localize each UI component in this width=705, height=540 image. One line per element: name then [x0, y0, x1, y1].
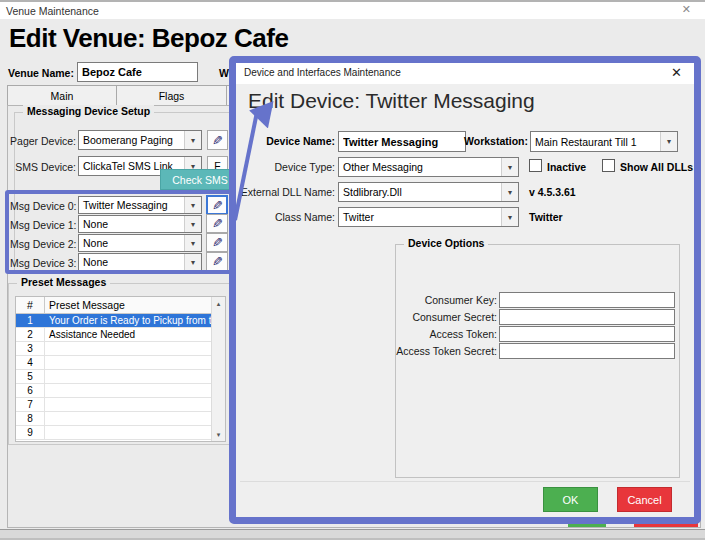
check-sms-button[interactable]: Check SMS	[160, 169, 240, 190]
device-name-input[interactable]	[338, 131, 466, 152]
chevron-down-icon: ▾	[184, 131, 201, 149]
device-type-select[interactable]: Other Messaging ▾	[338, 157, 519, 177]
table-row[interactable]: 1 Your Order is Ready to Pickup from t..…	[16, 314, 225, 328]
inactive-label: Inactive	[547, 161, 586, 173]
table-row[interactable]: 7	[16, 398, 225, 412]
table-scrollbar[interactable]: ▴ ▾	[211, 297, 225, 441]
page-title: Edit Venue: Bepoz Cafe	[9, 23, 288, 54]
consumer-key-label: Consumer Key:	[407, 294, 497, 306]
table-row[interactable]: 3	[16, 342, 225, 356]
workstation-select[interactable]: Main Restaurant Till 1 ▾	[530, 131, 678, 152]
table-row[interactable]: 9	[16, 426, 225, 440]
scroll-down-icon[interactable]: ▾	[212, 428, 225, 441]
show-all-dlls-label: Show All DLLs	[620, 161, 693, 173]
table-row[interactable]: 2 Assistance Needed	[16, 328, 225, 342]
pager-device-edit-button[interactable]: ✎	[207, 130, 228, 150]
class-name-label: Class Name:	[258, 211, 335, 223]
dialog-separator	[240, 481, 690, 482]
table-row[interactable]: 6	[16, 384, 225, 398]
table-row[interactable]: 4	[16, 356, 225, 370]
bottom-edge-strip	[0, 529, 705, 540]
sms-device-label: SMS Device:	[8, 161, 76, 173]
venue-window-titlebar: Venue Maintenance ✕	[0, 0, 705, 19]
dll-version-text: v 4.5.3.61	[529, 186, 576, 198]
tab-flags[interactable]: Flags	[117, 85, 227, 106]
chevron-down-icon: ▾	[501, 208, 518, 226]
inactive-checkbox[interactable]	[529, 159, 542, 172]
device-name-label: Device Name:	[258, 135, 335, 147]
chevron-down-icon: ▾	[501, 158, 518, 176]
device-options-title: Device Options	[404, 237, 488, 249]
chevron-down-icon: ▾	[660, 132, 677, 151]
venue-window-title: Venue Maintenance	[6, 5, 99, 17]
pen-icon: ✎	[212, 133, 223, 148]
preset-messages-title: Preset Messages	[17, 276, 110, 288]
access-token-label: Access Token:	[407, 328, 497, 340]
preset-messages-table[interactable]: # Preset Message 1 Your Order is Ready t…	[15, 296, 226, 442]
device-dialog-titlebar: Device and Interfaces Maintenance ✕	[236, 63, 694, 84]
device-dialog-title: Device and Interfaces Maintenance	[244, 67, 401, 78]
pager-device-label: Pager Device:	[8, 135, 76, 147]
table-row[interactable]: 8	[16, 412, 225, 426]
table-header: # Preset Message	[16, 297, 225, 314]
workstation-label: Workstation:	[462, 135, 528, 147]
messaging-group-title: Messaging Device Setup	[23, 105, 154, 117]
ok-button[interactable]: OK	[543, 487, 598, 512]
device-dialog-heading: Edit Device: Twitter Messaging	[248, 89, 535, 113]
show-all-dlls-checkbox[interactable]	[602, 159, 615, 172]
external-dll-label: External DLL Name:	[238, 186, 335, 198]
screen: Venue Maintenance ✕ Edit Venue: Bepoz Ca…	[0, 0, 705, 540]
cancel-button[interactable]: Cancel	[617, 487, 672, 512]
close-icon[interactable]: ✕	[682, 3, 691, 16]
chevron-down-icon: ▾	[501, 183, 518, 201]
venue-name-input[interactable]	[77, 62, 198, 82]
access-token-secret-input[interactable]	[499, 343, 675, 359]
consumer-key-input[interactable]	[499, 292, 675, 308]
device-type-label: Device Type:	[258, 161, 335, 173]
col-header-message: Preset Message	[45, 297, 225, 313]
class-name-select[interactable]: Twitter ▾	[338, 207, 519, 227]
consumer-secret-input[interactable]	[499, 309, 675, 325]
clipped-workstation-label: W	[219, 67, 229, 79]
device-options-group: Device Options	[395, 244, 680, 478]
device-dialog-frame: Device and Interfaces Maintenance ✕ Edit…	[229, 56, 701, 524]
venue-name-label: Venue Name:	[8, 67, 74, 79]
close-icon[interactable]: ✕	[671, 65, 682, 80]
consumer-secret-label: Consumer Secret:	[407, 311, 497, 323]
class-display-text: Twitter	[529, 211, 563, 223]
annotation-highlight-box	[5, 190, 237, 274]
table-row[interactable]: 5	[16, 370, 225, 384]
access-token-input[interactable]	[499, 326, 675, 342]
col-header-num: #	[16, 297, 45, 313]
access-token-secret-label: Access Token Secret:	[392, 345, 497, 357]
scroll-up-icon[interactable]: ▴	[212, 297, 225, 310]
tab-main[interactable]: Main	[7, 85, 117, 106]
external-dll-select[interactable]: Stdlibrary.Dll ▾	[338, 182, 519, 202]
pager-device-select[interactable]: Boomerang Paging ▾	[78, 130, 202, 150]
